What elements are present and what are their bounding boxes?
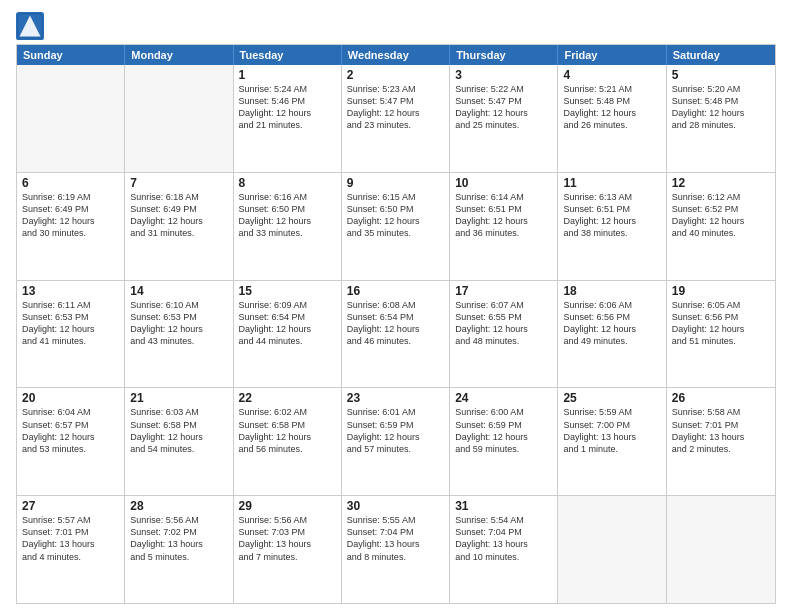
day-number: 13 <box>22 284 119 298</box>
cell-info: Sunrise: 5:23 AM Sunset: 5:47 PM Dayligh… <box>347 83 444 132</box>
calendar-cell: 8Sunrise: 6:16 AM Sunset: 6:50 PM Daylig… <box>234 173 342 280</box>
calendar-cell: 29Sunrise: 5:56 AM Sunset: 7:03 PM Dayli… <box>234 496 342 603</box>
calendar-cell: 15Sunrise: 6:09 AM Sunset: 6:54 PM Dayli… <box>234 281 342 388</box>
cell-info: Sunrise: 5:24 AM Sunset: 5:46 PM Dayligh… <box>239 83 336 132</box>
day-number: 10 <box>455 176 552 190</box>
cell-info: Sunrise: 6:06 AM Sunset: 6:56 PM Dayligh… <box>563 299 660 348</box>
day-number: 14 <box>130 284 227 298</box>
header-day-tuesday: Tuesday <box>234 45 342 65</box>
cell-info: Sunrise: 6:08 AM Sunset: 6:54 PM Dayligh… <box>347 299 444 348</box>
day-number: 22 <box>239 391 336 405</box>
day-number: 8 <box>239 176 336 190</box>
calendar-cell: 30Sunrise: 5:55 AM Sunset: 7:04 PM Dayli… <box>342 496 450 603</box>
cell-info: Sunrise: 6:07 AM Sunset: 6:55 PM Dayligh… <box>455 299 552 348</box>
day-number: 21 <box>130 391 227 405</box>
cell-info: Sunrise: 5:54 AM Sunset: 7:04 PM Dayligh… <box>455 514 552 563</box>
calendar-cell <box>558 496 666 603</box>
day-number: 11 <box>563 176 660 190</box>
cell-info: Sunrise: 6:09 AM Sunset: 6:54 PM Dayligh… <box>239 299 336 348</box>
cell-info: Sunrise: 6:11 AM Sunset: 6:53 PM Dayligh… <box>22 299 119 348</box>
cell-info: Sunrise: 6:04 AM Sunset: 6:57 PM Dayligh… <box>22 406 119 455</box>
calendar: SundayMondayTuesdayWednesdayThursdayFrid… <box>16 44 776 604</box>
cell-info: Sunrise: 5:55 AM Sunset: 7:04 PM Dayligh… <box>347 514 444 563</box>
calendar-cell: 22Sunrise: 6:02 AM Sunset: 6:58 PM Dayli… <box>234 388 342 495</box>
cell-info: Sunrise: 6:14 AM Sunset: 6:51 PM Dayligh… <box>455 191 552 240</box>
calendar-cell: 7Sunrise: 6:18 AM Sunset: 6:49 PM Daylig… <box>125 173 233 280</box>
calendar-cell: 1Sunrise: 5:24 AM Sunset: 5:46 PM Daylig… <box>234 65 342 172</box>
calendar-cell: 18Sunrise: 6:06 AM Sunset: 6:56 PM Dayli… <box>558 281 666 388</box>
day-number: 3 <box>455 68 552 82</box>
cell-info: Sunrise: 5:56 AM Sunset: 7:03 PM Dayligh… <box>239 514 336 563</box>
calendar-row-4: 27Sunrise: 5:57 AM Sunset: 7:01 PM Dayli… <box>17 495 775 603</box>
cell-info: Sunrise: 5:22 AM Sunset: 5:47 PM Dayligh… <box>455 83 552 132</box>
day-number: 24 <box>455 391 552 405</box>
calendar-row-0: 1Sunrise: 5:24 AM Sunset: 5:46 PM Daylig… <box>17 65 775 172</box>
calendar-row-1: 6Sunrise: 6:19 AM Sunset: 6:49 PM Daylig… <box>17 172 775 280</box>
day-number: 5 <box>672 68 770 82</box>
day-number: 16 <box>347 284 444 298</box>
day-number: 31 <box>455 499 552 513</box>
cell-info: Sunrise: 6:19 AM Sunset: 6:49 PM Dayligh… <box>22 191 119 240</box>
cell-info: Sunrise: 6:13 AM Sunset: 6:51 PM Dayligh… <box>563 191 660 240</box>
day-number: 12 <box>672 176 770 190</box>
day-number: 28 <box>130 499 227 513</box>
calendar-cell: 25Sunrise: 5:59 AM Sunset: 7:00 PM Dayli… <box>558 388 666 495</box>
calendar-cell: 17Sunrise: 6:07 AM Sunset: 6:55 PM Dayli… <box>450 281 558 388</box>
cell-info: Sunrise: 6:10 AM Sunset: 6:53 PM Dayligh… <box>130 299 227 348</box>
day-number: 6 <box>22 176 119 190</box>
calendar-cell <box>667 496 775 603</box>
cell-info: Sunrise: 5:58 AM Sunset: 7:01 PM Dayligh… <box>672 406 770 455</box>
calendar-cell: 24Sunrise: 6:00 AM Sunset: 6:59 PM Dayli… <box>450 388 558 495</box>
calendar-cell: 3Sunrise: 5:22 AM Sunset: 5:47 PM Daylig… <box>450 65 558 172</box>
header-day-saturday: Saturday <box>667 45 775 65</box>
calendar-body: 1Sunrise: 5:24 AM Sunset: 5:46 PM Daylig… <box>17 65 775 603</box>
calendar-cell <box>125 65 233 172</box>
cell-info: Sunrise: 5:21 AM Sunset: 5:48 PM Dayligh… <box>563 83 660 132</box>
logo-icon <box>16 12 44 40</box>
calendar-cell: 2Sunrise: 5:23 AM Sunset: 5:47 PM Daylig… <box>342 65 450 172</box>
calendar-cell: 26Sunrise: 5:58 AM Sunset: 7:01 PM Dayli… <box>667 388 775 495</box>
calendar-cell <box>17 65 125 172</box>
cell-info: Sunrise: 6:18 AM Sunset: 6:49 PM Dayligh… <box>130 191 227 240</box>
day-number: 4 <box>563 68 660 82</box>
day-number: 30 <box>347 499 444 513</box>
calendar-cell: 27Sunrise: 5:57 AM Sunset: 7:01 PM Dayli… <box>17 496 125 603</box>
calendar-header: SundayMondayTuesdayWednesdayThursdayFrid… <box>17 45 775 65</box>
header <box>16 12 776 40</box>
calendar-cell: 20Sunrise: 6:04 AM Sunset: 6:57 PM Dayli… <box>17 388 125 495</box>
header-day-sunday: Sunday <box>17 45 125 65</box>
calendar-cell: 9Sunrise: 6:15 AM Sunset: 6:50 PM Daylig… <box>342 173 450 280</box>
cell-info: Sunrise: 5:56 AM Sunset: 7:02 PM Dayligh… <box>130 514 227 563</box>
day-number: 9 <box>347 176 444 190</box>
day-number: 26 <box>672 391 770 405</box>
logo <box>16 12 48 40</box>
calendar-cell: 28Sunrise: 5:56 AM Sunset: 7:02 PM Dayli… <box>125 496 233 603</box>
header-day-wednesday: Wednesday <box>342 45 450 65</box>
cell-info: Sunrise: 6:16 AM Sunset: 6:50 PM Dayligh… <box>239 191 336 240</box>
calendar-cell: 13Sunrise: 6:11 AM Sunset: 6:53 PM Dayli… <box>17 281 125 388</box>
cell-info: Sunrise: 6:01 AM Sunset: 6:59 PM Dayligh… <box>347 406 444 455</box>
calendar-cell: 14Sunrise: 6:10 AM Sunset: 6:53 PM Dayli… <box>125 281 233 388</box>
cell-info: Sunrise: 6:02 AM Sunset: 6:58 PM Dayligh… <box>239 406 336 455</box>
cell-info: Sunrise: 5:20 AM Sunset: 5:48 PM Dayligh… <box>672 83 770 132</box>
calendar-cell: 10Sunrise: 6:14 AM Sunset: 6:51 PM Dayli… <box>450 173 558 280</box>
cell-info: Sunrise: 6:03 AM Sunset: 6:58 PM Dayligh… <box>130 406 227 455</box>
cell-info: Sunrise: 6:15 AM Sunset: 6:50 PM Dayligh… <box>347 191 444 240</box>
calendar-cell: 21Sunrise: 6:03 AM Sunset: 6:58 PM Dayli… <box>125 388 233 495</box>
calendar-cell: 31Sunrise: 5:54 AM Sunset: 7:04 PM Dayli… <box>450 496 558 603</box>
day-number: 25 <box>563 391 660 405</box>
header-day-monday: Monday <box>125 45 233 65</box>
calendar-cell: 6Sunrise: 6:19 AM Sunset: 6:49 PM Daylig… <box>17 173 125 280</box>
cell-info: Sunrise: 6:12 AM Sunset: 6:52 PM Dayligh… <box>672 191 770 240</box>
day-number: 15 <box>239 284 336 298</box>
day-number: 27 <box>22 499 119 513</box>
calendar-row-2: 13Sunrise: 6:11 AM Sunset: 6:53 PM Dayli… <box>17 280 775 388</box>
cell-info: Sunrise: 6:00 AM Sunset: 6:59 PM Dayligh… <box>455 406 552 455</box>
day-number: 20 <box>22 391 119 405</box>
day-number: 7 <box>130 176 227 190</box>
calendar-cell: 19Sunrise: 6:05 AM Sunset: 6:56 PM Dayli… <box>667 281 775 388</box>
header-day-thursday: Thursday <box>450 45 558 65</box>
header-day-friday: Friday <box>558 45 666 65</box>
cell-info: Sunrise: 5:59 AM Sunset: 7:00 PM Dayligh… <box>563 406 660 455</box>
calendar-cell: 23Sunrise: 6:01 AM Sunset: 6:59 PM Dayli… <box>342 388 450 495</box>
